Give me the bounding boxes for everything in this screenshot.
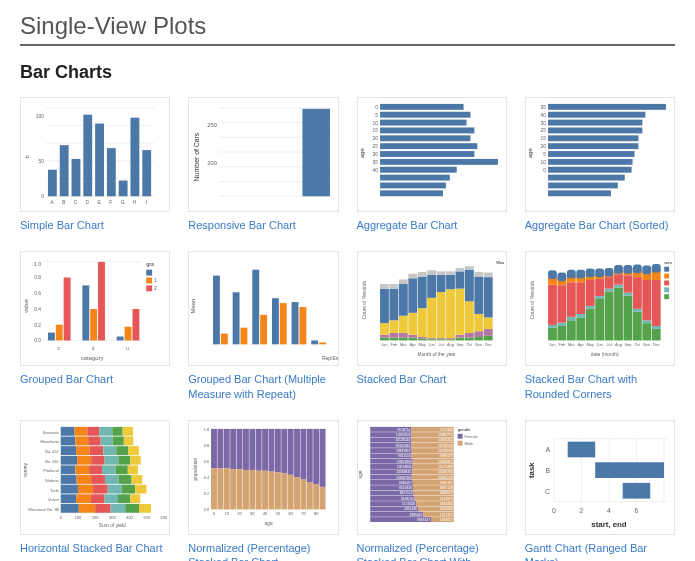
svg-rect-164: [446, 275, 455, 289]
caption-stacked-bar-rounded[interactable]: Stacked Bar Chart with Rounded Corners: [525, 372, 675, 402]
svg-rect-146: [417, 339, 426, 341]
svg-rect-177: [474, 331, 483, 337]
svg-rect-381: [301, 428, 307, 479]
svg-text:4183434: 4183434: [439, 502, 452, 506]
svg-text:9752380: 9752380: [439, 427, 452, 431]
svg-text:9995497: 9995497: [398, 480, 411, 484]
caption-stacked-bar[interactable]: Stacked Bar Chart: [357, 372, 507, 387]
caption-responsive-bar[interactable]: Responsive Bar Chart: [188, 218, 338, 233]
svg-text:No. 462: No. 462: [45, 458, 59, 463]
svg-text:20: 20: [372, 136, 378, 141]
svg-text:10831220: 10831220: [437, 475, 452, 479]
svg-rect-248: [633, 277, 642, 309]
svg-rect-112: [213, 275, 220, 344]
caption-normalized-stacked-bar-labels[interactable]: Normalized (Percentage) Stacked Bar Char…: [357, 541, 507, 561]
svg-rect-332: [91, 494, 105, 503]
thumb-simple-bar: ABC DEF GHI 050100 b a: [20, 97, 170, 212]
svg-rect-171: [464, 337, 473, 340]
svg-text:Glabron: Glabron: [45, 477, 59, 482]
caption-simple-bar[interactable]: Simple Bar Chart: [20, 218, 170, 233]
svg-rect-250: [633, 264, 642, 273]
caption-grouped-bar[interactable]: Grouped Bar Chart: [20, 372, 170, 387]
svg-text:9939470: 9939470: [439, 454, 452, 458]
svg-text:May: May: [586, 342, 593, 347]
caption-grouped-bar-repeat[interactable]: Grouped Bar Chart (Multiple Measure with…: [188, 372, 338, 402]
svg-text:age: age: [359, 148, 365, 158]
caption-aggregate-bar[interactable]: Aggregate Bar Chart: [357, 218, 507, 233]
svg-rect-296: [76, 446, 89, 455]
svg-rect-128: [380, 323, 389, 335]
page-title: Single-View Plots: [20, 12, 675, 40]
svg-rect-386: [313, 484, 319, 509]
caption-aggregate-bar-sorted[interactable]: Aggregate Bar Chart (Sorted): [525, 218, 675, 233]
caption-horizontal-stacked-bar[interactable]: Horizontal Stacked Bar Chart: [20, 541, 170, 556]
svg-rect-137: [398, 333, 407, 338]
svg-rect-92: [117, 336, 124, 340]
card-simple-bar[interactable]: ABC DEF GHI 050100 b a Simple Bar Chart: [20, 97, 170, 233]
caption-gantt-chart[interactable]: Gantt Chart (Ranged Bar Marks): [525, 541, 675, 561]
svg-text:10324944: 10324944: [395, 443, 410, 447]
svg-rect-353: [211, 428, 217, 467]
svg-text:Sep: Sep: [624, 342, 632, 347]
card-stacked-bar[interactable]: JanFebMarAprMayJunJulAugSepOctNovDecMont…: [357, 251, 507, 402]
svg-text:2: 2: [579, 507, 583, 514]
card-horizontal-stacked-bar[interactable]: SvansotaManchuriaNo. 457No. 462PeatlandG…: [20, 420, 170, 561]
svg-text:Rep/Err: Rep/Err: [322, 356, 337, 361]
svg-rect-207: [557, 322, 566, 325]
svg-rect-373: [275, 428, 281, 472]
caption-normalized-stacked-bar[interactable]: Normalized (Percentage) Stacked Bar Char…: [188, 541, 338, 561]
svg-text:Mean: Mean: [191, 299, 197, 314]
svg-rect-371: [269, 428, 275, 471]
svg-text:age: age: [527, 148, 533, 158]
svg-text:Mar: Mar: [399, 342, 406, 347]
svg-rect-10: [95, 124, 104, 197]
svg-rect-202: [548, 325, 557, 328]
svg-text:Manchuria: Manchuria: [40, 439, 59, 444]
svg-rect-147: [417, 337, 426, 339]
svg-text:value: value: [23, 299, 29, 313]
svg-rect-379: [294, 428, 300, 476]
svg-rect-116: [253, 270, 260, 345]
svg-text:20: 20: [540, 144, 546, 149]
svg-rect-63: [548, 112, 645, 118]
svg-text:Jun: Jun: [428, 342, 434, 347]
svg-text:200: 200: [207, 160, 218, 166]
card-stacked-bar-rounded[interactable]: JanFebMarAprMayJunJulAugSepOctNovDecdate…: [525, 251, 675, 402]
svg-text:H: H: [133, 200, 137, 205]
svg-rect-285: [112, 426, 122, 435]
svg-rect-316: [61, 475, 77, 484]
svg-rect-359: [230, 428, 236, 468]
svg-rect-340: [111, 503, 126, 512]
svg-rect-68: [548, 151, 634, 157]
svg-rect-107: [146, 270, 152, 276]
svg-text:80: 80: [314, 511, 319, 516]
svg-rect-89: [82, 285, 89, 340]
svg-rect-42: [380, 120, 466, 126]
svg-rect-159: [436, 275, 445, 292]
svg-rect-176: [474, 337, 483, 340]
card-normalized-stacked-bar-labels[interactable]: 9518714975238010205024103822131012354310…: [357, 420, 507, 561]
svg-text:500: 500: [143, 515, 150, 520]
svg-text:F: F: [109, 200, 112, 205]
card-aggregate-bar-sorted[interactable]: 354030 251520 5100 age Aggregate Bar Cha…: [525, 97, 675, 233]
svg-text:May: May: [418, 342, 425, 347]
card-gantt-chart[interactable]: ABC 024 6 task start, end Gantt Chart (R…: [525, 420, 675, 561]
section-title: Bar Charts: [20, 62, 675, 83]
svg-text:25: 25: [372, 144, 378, 149]
card-grouped-bar[interactable]: 0.00.20.4 0.60.81.0 cdu value category g…: [20, 251, 170, 402]
svg-text:Month of the year: Month of the year: [417, 352, 456, 357]
card-grouped-bar-repeat[interactable]: Mean Rep/Err Grouped Bar Chart (Multiple…: [188, 251, 338, 402]
svg-rect-283: [87, 426, 99, 435]
card-normalized-stacked-bar[interactable]: 0.00.20.40.60.81.001020304050607080popul…: [188, 420, 338, 561]
svg-text:Svansota: Svansota: [42, 429, 59, 434]
svg-text:4: 4: [607, 507, 611, 514]
svg-rect-232: [604, 288, 613, 291]
svg-rect-375: [282, 428, 288, 472]
svg-rect-122: [312, 340, 319, 344]
svg-rect-233: [604, 277, 613, 289]
card-aggregate-bar[interactable]: 0510 152025 303540 age Aggregate Bar Cha…: [357, 97, 507, 233]
svg-rect-363: [243, 428, 249, 469]
card-responsive-bar[interactable]: 250200 Number of Cars Responsive Bar Cha…: [188, 97, 338, 233]
svg-text:10620341: 10620341: [437, 438, 452, 442]
svg-rect-309: [61, 465, 76, 474]
